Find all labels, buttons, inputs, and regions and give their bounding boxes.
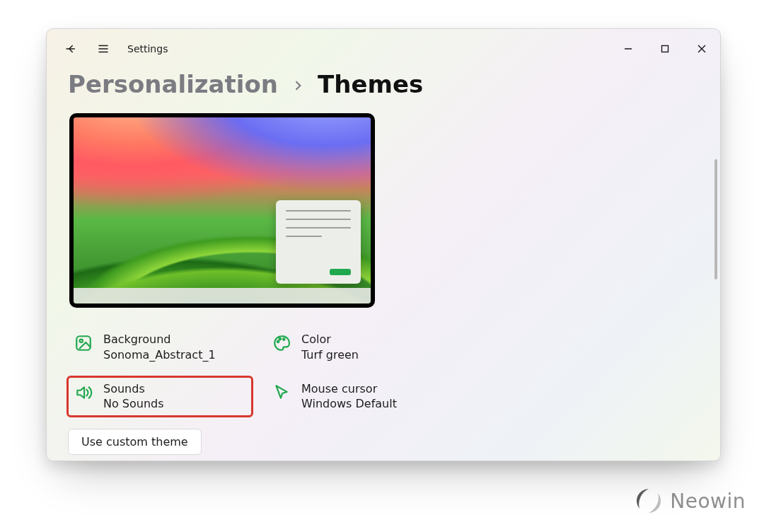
palette-icon (272, 333, 291, 353)
option-value: No Sounds (103, 396, 164, 412)
option-label: Color (301, 332, 359, 347)
nav-menu-button[interactable] (89, 35, 117, 63)
option-label: Mouse cursor (301, 381, 397, 397)
chevron-right-icon (291, 71, 305, 98)
svg-rect-4 (662, 46, 668, 52)
svg-point-8 (80, 340, 83, 342)
breadcrumb: Personalization Themes (68, 71, 699, 98)
minimize-button[interactable] (610, 35, 647, 63)
breadcrumb-current: Themes (318, 71, 423, 98)
use-custom-theme-button[interactable]: Use custom theme (68, 429, 202, 455)
option-background[interactable]: Background Sonoma_Abstract_1 (68, 328, 252, 366)
image-icon (74, 333, 93, 353)
svg-rect-7 (76, 337, 91, 351)
window-controls (610, 35, 720, 63)
watermark: Neowin (636, 488, 746, 514)
svg-point-11 (283, 339, 285, 341)
option-value: Windows Default (301, 396, 397, 412)
mini-accent-button (330, 269, 351, 275)
taskbar-preview (74, 288, 371, 303)
back-button[interactable] (57, 35, 85, 63)
app-title: Settings (127, 43, 168, 54)
option-cursor[interactable]: Mouse cursor Windows Default (266, 377, 450, 416)
page-content: Personalization Themes (47, 71, 720, 461)
option-value: Turf green (301, 347, 359, 363)
breadcrumb-parent[interactable]: Personalization (68, 71, 278, 98)
option-label: Background (103, 332, 216, 347)
titlebar: Settings (47, 29, 720, 69)
neowin-logo-icon (636, 488, 661, 514)
scrollbar[interactable] (714, 159, 717, 279)
option-value: Sonoma_Abstract_1 (103, 347, 216, 363)
close-button[interactable] (683, 35, 720, 63)
theme-options: Background Sonoma_Abstract_1 (68, 328, 699, 415)
option-label: Sounds (103, 381, 164, 397)
cursor-icon (272, 383, 291, 403)
titlebar-left: Settings (47, 35, 168, 63)
svg-point-10 (279, 338, 282, 340)
maximize-button[interactable] (647, 35, 683, 63)
mini-window-preview (276, 200, 361, 284)
theme-preview[interactable] (69, 113, 375, 308)
sound-icon (74, 383, 93, 403)
option-color[interactable]: Color Turf green (266, 328, 450, 366)
svg-point-9 (277, 341, 279, 343)
settings-window: Settings Personalization (46, 28, 721, 461)
option-sounds[interactable]: Sounds No Sounds (68, 377, 252, 416)
watermark-text: Neowin (670, 490, 746, 513)
